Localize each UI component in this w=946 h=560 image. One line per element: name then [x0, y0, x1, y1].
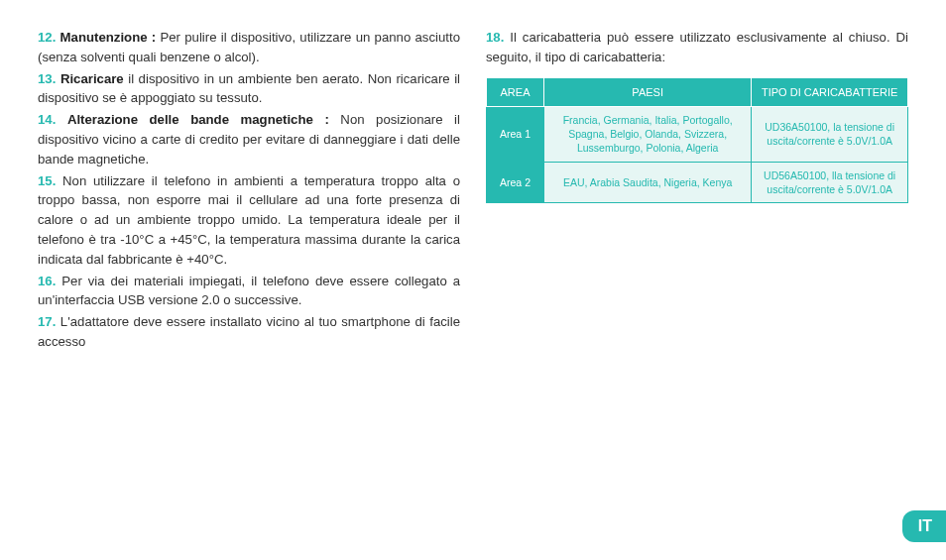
th-area: AREA: [487, 77, 544, 107]
item-bold: Ricaricare: [60, 71, 124, 86]
item-num: 14.: [38, 112, 56, 127]
item-12: 12. Manutenzione : Per pulire il disposi…: [38, 28, 460, 67]
item-14: 14. Alterazione delle bande magnetiche :…: [38, 110, 460, 168]
cell-tipo: UD56A50100, lla tensione di uscita/corre…: [752, 162, 908, 202]
cell-paesi: Francia, Germania, Italia, Portogallo, S…: [544, 107, 752, 163]
item-bold: Manutenzione :: [60, 30, 157, 45]
item-num: 17.: [38, 314, 56, 329]
item-text: Il caricabatteria può essere utilizzato …: [486, 30, 908, 64]
item-num: 15.: [38, 173, 56, 188]
item-17: 17. L'adattatore deve essere installato …: [38, 312, 460, 352]
item-18: 18. Il caricabatteria può essere utilizz…: [486, 28, 908, 67]
cell-area: Area 1: [487, 107, 544, 163]
table-row: Area 2 EAU, Arabia Saudita, Nigeria, Ken…: [487, 162, 908, 202]
th-tipo: TIPO DI CARICABATTERIE: [752, 77, 908, 107]
charger-table: AREA PAESI TIPO DI CARICABATTERIE Area 1…: [486, 77, 908, 203]
item-num: 13.: [38, 71, 56, 86]
item-num: 12.: [38, 30, 56, 45]
language-tab: IT: [902, 510, 946, 542]
item-text: Non utilizzare il telefono in ambienti a…: [38, 173, 460, 267]
page-content: 12. Manutenzione : Per pulire il disposi…: [0, 0, 946, 374]
item-13: 13. Ricaricare il dispositivo in un ambi…: [38, 69, 460, 109]
item-num: 18.: [486, 30, 504, 45]
cell-area: Area 2: [487, 162, 544, 202]
table-header-row: AREA PAESI TIPO DI CARICABATTERIE: [487, 77, 908, 107]
item-text: L'adattatore deve essere installato vici…: [38, 314, 460, 349]
item-num: 16.: [38, 274, 56, 288]
item-15: 15. Non utilizzare il telefono in ambien…: [38, 171, 460, 270]
item-text: Per via dei materiali impiegati, il tele…: [38, 274, 460, 308]
cell-tipo: UD36A50100, la tensione di uscita/corren…: [752, 107, 908, 163]
th-paesi: PAESI: [544, 77, 752, 107]
right-column: 18. Il caricabatteria può essere utilizz…: [486, 28, 908, 354]
item-bold: Alterazione delle bande magnetiche :: [67, 112, 329, 127]
left-column: 12. Manutenzione : Per pulire il disposi…: [38, 28, 460, 354]
table-row: Area 1 Francia, Germania, Italia, Portog…: [487, 107, 908, 163]
item-16: 16. Per via dei materiali impiegati, il …: [38, 272, 460, 311]
cell-paesi: EAU, Arabia Saudita, Nigeria, Kenya: [544, 162, 752, 202]
